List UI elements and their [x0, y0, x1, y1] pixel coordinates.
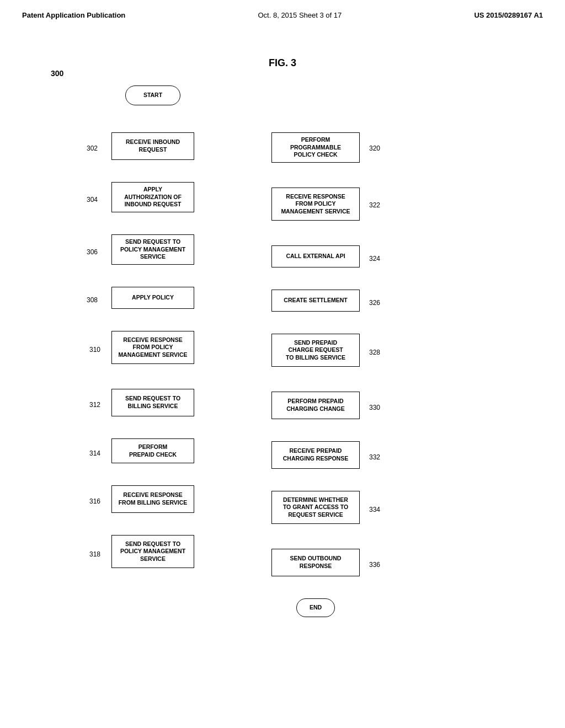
header-left: Patent Application Publication [22, 11, 125, 19]
side-label-lbl310: 310 [89, 346, 100, 354]
header-center: Oct. 8, 2015 Sheet 3 of 17 [258, 11, 342, 19]
side-label-lbl318: 318 [89, 550, 100, 558]
page: Patent Application Publication Oct. 8, 2… [0, 0, 565, 728]
side-label-lbl324: 324 [369, 255, 380, 263]
header-right: US 2015/0289167 A1 [474, 11, 543, 19]
side-label-lbl312: 312 [89, 401, 100, 409]
side-label-lbl316: 316 [89, 497, 100, 505]
page-header: Patent Application Publication Oct. 8, 2… [22, 11, 543, 25]
side-label-lbl332: 332 [369, 453, 380, 461]
side-label-lbl306: 306 [87, 248, 98, 256]
side-label-lbl320: 320 [369, 144, 380, 152]
fig-label: FIG. 3 [34, 57, 531, 69]
side-label-lbl304: 304 [87, 196, 98, 204]
side-label-lbl326: 326 [369, 299, 380, 307]
side-label-lbl330: 330 [369, 404, 380, 411]
side-label-lbl322: 322 [369, 201, 380, 209]
side-label-lbl308: 308 [87, 296, 98, 304]
side-label-lbl302: 302 [87, 144, 98, 152]
side-label-lbl328: 328 [369, 349, 380, 356]
side-label-lbl336: 336 [369, 561, 380, 569]
side-label-lbl314: 314 [89, 449, 100, 457]
side-label-lbl334: 334 [369, 506, 380, 513]
